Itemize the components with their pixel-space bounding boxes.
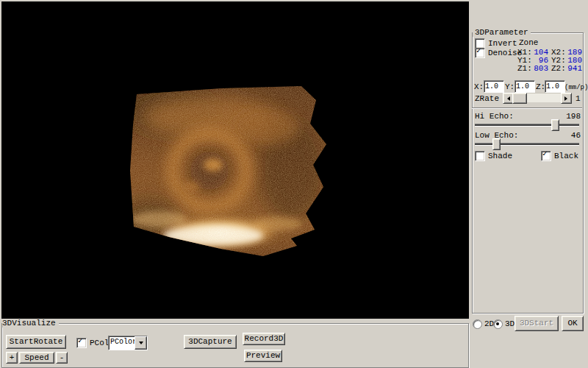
- arrow-left-icon: [505, 96, 510, 101]
- visualize-panel: 3DVisualize StartRotate + Speed - PColor…: [0, 319, 469, 368]
- scale-y-label: Y:: [505, 83, 514, 91]
- section-divider: [472, 107, 582, 109]
- pcolor-checkbox-box[interactable]: [76, 338, 87, 348]
- capture-3d-button[interactable]: 3DCapture: [184, 335, 237, 349]
- mode-3d-radio[interactable]: 3D: [493, 319, 514, 329]
- chevron-down-icon: [139, 342, 143, 347]
- scale-y-input[interactable]: [514, 80, 535, 93]
- zrate-label: ZRate: [475, 95, 499, 103]
- visualize-group-title: 3DVisualize: [2, 319, 59, 328]
- pcolor-dropdown-button[interactable]: [135, 336, 147, 350]
- shade-checkbox[interactable]: Shade: [475, 151, 512, 161]
- zone-z2-label: Z2:: [551, 65, 566, 73]
- parameter-group-title: 3DParameter: [473, 29, 531, 37]
- low-echo-slider-thumb[interactable]: [492, 138, 501, 150]
- speed-plus-button[interactable]: +: [6, 352, 18, 364]
- hi-echo-slider-thumb[interactable]: [551, 119, 559, 131]
- pcolor-dropdown[interactable]: PColor: [108, 336, 148, 350]
- denoise-checkbox-box[interactable]: [475, 48, 485, 58]
- scale-z-input[interactable]: [545, 80, 565, 93]
- radio-circle-icon[interactable]: [493, 319, 503, 329]
- black-checkbox[interactable]: Black: [541, 151, 578, 161]
- pcolor-dropdown-value: PColor: [109, 336, 135, 350]
- shade-checkbox-box[interactable]: [475, 151, 485, 161]
- zrate-value: 1: [576, 95, 581, 103]
- hi-echo-slider[interactable]: [475, 124, 579, 127]
- speed-minus-button[interactable]: -: [56, 352, 68, 364]
- low-echo-value: 46: [556, 132, 581, 140]
- application-window: 3DParameter Invert Denoise Zone X1: 104 …: [0, 0, 588, 368]
- ultrasound-volume-render: [126, 82, 336, 263]
- render-viewport[interactable]: [1, 1, 469, 319]
- parameter-panel: 3DParameter Invert Denoise Zone X1: 104 …: [469, 0, 588, 368]
- hi-echo-label: Hi Echo:: [475, 113, 514, 121]
- preview-button[interactable]: Preview: [244, 350, 282, 362]
- start-rotate-button[interactable]: StartRotate: [6, 335, 66, 349]
- mode-2d-radio[interactable]: 2D: [473, 319, 494, 329]
- hi-echo-value: 198: [556, 113, 581, 121]
- zone-z2-value: 941: [564, 65, 582, 73]
- record-3d-button[interactable]: Record3D: [243, 333, 285, 345]
- start-3d-button[interactable]: 3DStart: [514, 316, 559, 331]
- denoise-checkbox[interactable]: Denoise: [475, 48, 522, 58]
- parameter-groupbox: 3DParameter: [472, 32, 584, 314]
- invert-checkbox[interactable]: Invert: [475, 38, 517, 49]
- black-label: Black: [554, 152, 578, 160]
- zone-z1-value: 803: [531, 65, 548, 73]
- mode-3d-label: 3D: [505, 320, 514, 328]
- scale-x-label: X:: [474, 83, 484, 91]
- scale-unit-label: (mm/p): [564, 84, 588, 92]
- radio-circle-icon[interactable]: [473, 319, 482, 329]
- zrate-scrollbar-thumb[interactable]: [512, 93, 527, 104]
- shade-label: Shade: [488, 152, 512, 160]
- invert-label: Invert: [488, 40, 517, 48]
- black-checkbox-box[interactable]: [541, 151, 551, 161]
- ok-button[interactable]: OK: [562, 316, 584, 331]
- zrate-scroll-right-button[interactable]: [561, 93, 572, 104]
- arrow-right-icon: [564, 96, 570, 101]
- speed-button[interactable]: Speed: [19, 352, 54, 364]
- zrate-scrollbar[interactable]: [503, 93, 570, 102]
- zone-z1-label: Z1:: [517, 65, 532, 73]
- zone-title: Zone: [519, 39, 538, 47]
- low-echo-slider[interactable]: [475, 143, 579, 146]
- scale-x-input[interactable]: [484, 80, 504, 93]
